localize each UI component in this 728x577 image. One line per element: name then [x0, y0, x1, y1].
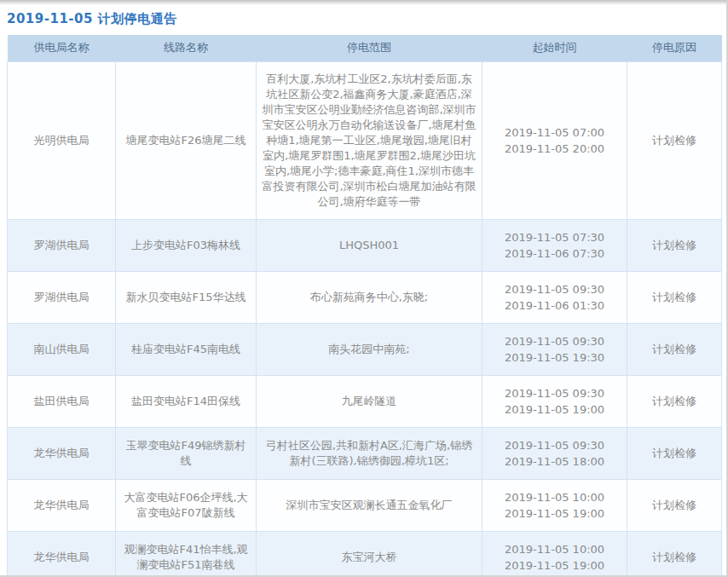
end-time: 2019-11-05 18:00 [488, 453, 621, 470]
table-body: 光明供电局 塘尾变电站F26塘尾二线 百利大厦,东坑村工业区2,东坑村委后面,东… [8, 61, 722, 577]
cell-reason: 计划检修 [627, 271, 722, 323]
end-time: 2019-11-05 19:00 [488, 401, 621, 418]
table-row: 龙华供电局 观澜变电站F41怡丰线,观澜变电站F51南巷线 东宝河大桥 2019… [8, 531, 722, 577]
end-time: 2019-11-05 19:30 [488, 349, 621, 366]
cell-scope: 九尾岭隧道 [257, 375, 482, 427]
table-row: 盐田供电局 盐田变电站F14田保线 九尾岭隧道 2019-11-05 09:30… [8, 375, 722, 427]
cell-time: 2019-11-05 07:00 2019-11-05 20:00 [482, 61, 627, 219]
end-time: 2019-11-06 01:30 [488, 297, 621, 314]
cell-scope: LHQSH001 [257, 219, 482, 271]
start-time: 2019-11-05 07:00 [488, 124, 621, 141]
cell-bureau: 龙华供电局 [8, 427, 116, 479]
cell-bureau: 龙华供电局 [8, 531, 116, 577]
cell-reason: 计划检修 [627, 375, 722, 427]
start-time: 2019-11-05 09:30 [488, 281, 621, 297]
cell-line: 大富变电站F06企坪线,大富变电站F07陂新线 [116, 479, 257, 531]
start-time: 2019-11-05 09:30 [488, 333, 621, 349]
cell-time: 2019-11-05 09:30 2019-11-05 19:30 [482, 323, 627, 375]
table-row: 光明供电局 塘尾变电站F26塘尾二线 百利大厦,东坑村工业区2,东坑村委后面,东… [8, 61, 722, 219]
cell-scope: 布心新苑商务中心,东晓; [257, 271, 482, 323]
end-time: 2019-11-06 07:30 [488, 245, 621, 262]
cell-line: 新水贝变电站F15华达线 [116, 271, 257, 323]
cell-bureau: 盐田供电局 [8, 375, 116, 427]
start-time: 2019-11-05 10:00 [488, 489, 621, 505]
cell-time: 2019-11-05 10:00 2019-11-05 19:00 [482, 531, 627, 577]
cell-time: 2019-11-05 07:30 2019-11-06 07:30 [482, 219, 627, 271]
end-time: 2019-11-05 19:00 [488, 557, 621, 574]
table-row: 罗湖供电局 上步变电站F03梅林线 LHQSH001 2019-11-05 07… [8, 219, 722, 271]
start-time: 2019-11-05 10:00 [488, 541, 621, 557]
cell-bureau: 龙华供电局 [8, 479, 116, 531]
start-time: 2019-11-05 09:30 [488, 437, 621, 453]
table-row: 龙华供电局 大富变电站F06企坪线,大富变电站F07陂新线 深圳市宝安区观澜长通… [8, 479, 722, 531]
cell-line: 观澜变电站F41怡丰线,观澜变电站F51南巷线 [116, 531, 257, 577]
cell-bureau: 罗湖供电局 [8, 219, 116, 271]
page-title: 2019-11-05 计划停电通告 [0, 0, 726, 35]
cell-reason: 计划检修 [627, 323, 722, 375]
start-time: 2019-11-05 07:30 [488, 229, 621, 245]
table-header-row: 供电局名称线路名称停电范围起始时间停电原因 [8, 35, 722, 61]
end-time: 2019-11-05 19:00 [488, 505, 621, 522]
cell-line: 塘尾变电站F26塘尾二线 [116, 61, 257, 219]
table-row: 南山供电局 桂庙变电站F45南电线 南头花园中南苑; 2019-11-05 09… [8, 323, 722, 375]
start-time: 2019-11-05 09:30 [488, 385, 621, 401]
column-header-3: 停电范围 [257, 35, 482, 61]
cell-time: 2019-11-05 09:30 2019-11-05 18:00 [482, 427, 627, 479]
cell-bureau: 罗湖供电局 [8, 271, 116, 323]
cell-reason: 计划检修 [627, 531, 722, 577]
cell-time: 2019-11-05 09:30 2019-11-06 01:30 [482, 271, 627, 323]
table-row: 龙华供电局 玉翠变电站F49锦绣新村线 弓村社区公园,共和新村A区,汇海广场,锦… [8, 427, 722, 479]
cell-scope: 南头花园中南苑; [257, 323, 482, 375]
end-time: 2019-11-05 20:00 [488, 141, 621, 157]
outage-table: 供电局名称线路名称停电范围起始时间停电原因 光明供电局 塘尾变电站F26塘尾二线… [7, 35, 722, 577]
cell-reason: 计划检修 [627, 61, 722, 219]
column-header-2: 线路名称 [116, 35, 257, 61]
cell-line: 上步变电站F03梅林线 [116, 219, 257, 271]
cell-line: 玉翠变电站F49锦绣新村线 [116, 427, 257, 479]
cell-scope: 深圳市宝安区观澜长通五金氧化厂 [257, 479, 482, 531]
cell-reason: 计划检修 [627, 427, 722, 479]
cell-time: 2019-11-05 09:30 2019-11-05 19:00 [482, 375, 627, 427]
outage-notice-page: 2019-11-05 计划停电通告 供电局名称线路名称停电范围起始时间停电原因 … [0, 0, 728, 577]
cell-bureau: 南山供电局 [8, 323, 116, 375]
table-row: 罗湖供电局 新水贝变电站F15华达线 布心新苑商务中心,东晓; 2019-11-… [8, 271, 722, 323]
cell-scope: 弓村社区公园,共和新村A区,汇海广场,锦绣新村(三联路),锦绣御园,樟坑1区; [257, 427, 482, 479]
cell-reason: 计划检修 [627, 479, 722, 531]
cell-scope: 东宝河大桥 [257, 531, 482, 577]
column-header-4: 起始时间 [482, 35, 627, 61]
cell-line: 桂庙变电站F45南电线 [116, 323, 257, 375]
column-header-1: 供电局名称 [8, 35, 116, 61]
cell-time: 2019-11-05 10:00 2019-11-05 19:00 [482, 479, 627, 531]
column-header-5: 停电原因 [627, 35, 722, 61]
cell-reason: 计划检修 [627, 219, 722, 271]
cell-bureau: 光明供电局 [8, 61, 116, 219]
cell-scope: 百利大厦,东坑村工业区2,东坑村委后面,东坑社区新公变2,福鑫商务大厦,豪庭酒店… [257, 61, 482, 219]
cell-line: 盐田变电站F14田保线 [116, 375, 257, 427]
